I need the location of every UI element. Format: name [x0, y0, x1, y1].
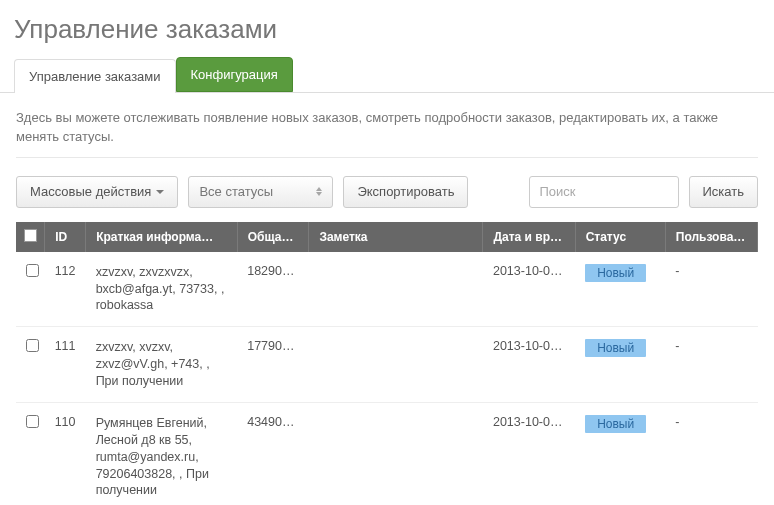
- tab-orders[interactable]: Управление заказами: [14, 59, 176, 93]
- cell-info: xzvzxv, zxvzxvzx, bxcb@afga.yt, 73733, ,…: [86, 252, 238, 327]
- status-filter-label: Все статусы: [199, 184, 273, 199]
- status-filter-select[interactable]: Все статусы: [188, 176, 333, 208]
- cell-user: -: [665, 402, 757, 505]
- tab-bar: Управление заказами Конфигурация: [0, 57, 774, 93]
- cell-total: 18290…: [237, 252, 309, 327]
- status-badge[interactable]: Новый: [585, 339, 646, 357]
- cell-id: 111: [45, 327, 86, 403]
- col-status[interactable]: Статус: [575, 222, 665, 252]
- col-user[interactable]: Пользовате…: [665, 222, 757, 252]
- updown-icon: [316, 187, 322, 196]
- page-title: Управление заказами: [0, 0, 774, 49]
- row-checkbox[interactable]: [26, 264, 39, 277]
- tab-config[interactable]: Конфигурация: [176, 57, 293, 92]
- cell-status: Новый: [575, 402, 665, 505]
- table-row[interactable]: 111zxvzxv, xvzxv, zxvz@vV.gh, +743, , Пр…: [16, 327, 758, 403]
- row-checkbox-cell: [16, 327, 45, 403]
- cell-user: -: [665, 327, 757, 403]
- row-checkbox-cell: [16, 252, 45, 327]
- cell-info: zxvzxv, xvzxv, zxvz@vV.gh, +743, , При п…: [86, 327, 238, 403]
- cell-id: 112: [45, 252, 86, 327]
- cell-status: Новый: [575, 327, 665, 403]
- content-area: Здесь вы можете отслеживать появление но…: [0, 93, 774, 505]
- col-total[interactable]: Обща…: [237, 222, 309, 252]
- cell-info: Румянцев Евгений, Лесной д8 кв 55, rumta…: [86, 402, 238, 505]
- cell-id: 110: [45, 402, 86, 505]
- cell-total: 17790…: [237, 327, 309, 403]
- cell-user: -: [665, 252, 757, 327]
- separator: [16, 157, 758, 158]
- intro-text: Здесь вы можете отслеживать появление но…: [16, 109, 758, 147]
- cell-status: Новый: [575, 252, 665, 327]
- search-button[interactable]: Искать: [689, 176, 759, 208]
- row-checkbox[interactable]: [26, 415, 39, 428]
- row-checkbox-cell: [16, 402, 45, 505]
- cell-note: [309, 327, 483, 403]
- cell-note: [309, 252, 483, 327]
- cell-date: 2013-10-0…: [483, 402, 575, 505]
- bulk-actions-button[interactable]: Массовые действия: [16, 176, 178, 208]
- orders-table: ID Краткая информа… Обща… Заметка Дата и…: [16, 222, 758, 505]
- col-id[interactable]: ID: [45, 222, 86, 252]
- table-row[interactable]: 112xzvzxv, zxvzxvzx, bxcb@afga.yt, 73733…: [16, 252, 758, 327]
- cell-date: 2013-10-0…: [483, 327, 575, 403]
- cell-note: [309, 402, 483, 505]
- status-badge[interactable]: Новый: [585, 264, 646, 282]
- select-all-checkbox[interactable]: [24, 229, 37, 242]
- search-input[interactable]: [529, 176, 679, 208]
- table-header-row: ID Краткая информа… Обща… Заметка Дата и…: [16, 222, 758, 252]
- col-date[interactable]: Дата и вр…: [483, 222, 575, 252]
- row-checkbox[interactable]: [26, 339, 39, 352]
- export-button[interactable]: Экспортировать: [343, 176, 468, 208]
- col-note[interactable]: Заметка: [309, 222, 483, 252]
- status-badge[interactable]: Новый: [585, 415, 646, 433]
- col-info[interactable]: Краткая информа…: [86, 222, 238, 252]
- cell-total: 43490…: [237, 402, 309, 505]
- table-row[interactable]: 110Румянцев Евгений, Лесной д8 кв 55, ru…: [16, 402, 758, 505]
- toolbar: Массовые действия Все статусы Экспортиро…: [16, 176, 758, 208]
- cell-date: 2013-10-0…: [483, 252, 575, 327]
- col-checkbox[interactable]: [16, 222, 45, 252]
